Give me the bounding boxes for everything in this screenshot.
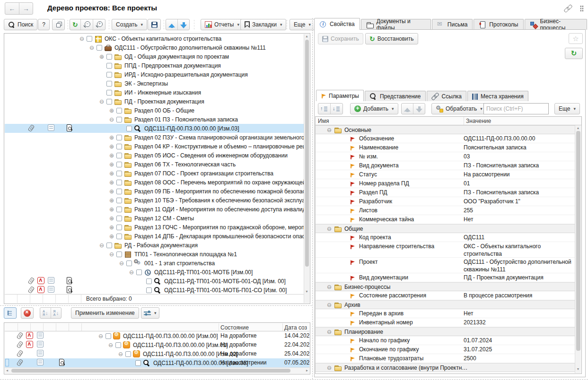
checkbox[interactable] bbox=[116, 216, 122, 221]
parameter-row[interactable]: ОбозначениеОДС111-ПД-00.ПЗ.00.00.00 bbox=[316, 134, 575, 143]
parameter-row[interactable]: Номер раздела ПД01 bbox=[316, 179, 575, 188]
parameter-row[interactable]: Инвентарный номер2021332 bbox=[316, 318, 575, 327]
subtab-link[interactable]: Ссылка bbox=[427, 91, 466, 101]
parameter-row[interactable]: Вид документацииПД - Проектная документа… bbox=[316, 273, 575, 282]
tree-row[interactable]: ППД - Предпроектная документация bbox=[5, 61, 304, 70]
expander-plus-icon[interactable]: ⊕ bbox=[98, 53, 105, 60]
expander-plus-icon[interactable]: ⊕ bbox=[108, 170, 115, 177]
expander-minus-icon[interactable]: ⊖ bbox=[326, 284, 333, 290]
parameter-row[interactable]: Направление строительстваОКС - Объекты к… bbox=[316, 242, 575, 258]
checkbox[interactable] bbox=[116, 135, 122, 140]
checkbox[interactable] bbox=[116, 189, 122, 194]
copy-window-button[interactable] bbox=[52, 19, 65, 30]
parameter-row[interactable]: Передан в архивНет bbox=[316, 309, 575, 318]
expander-plus-icon[interactable]: ⊕ bbox=[108, 152, 115, 159]
help-button[interactable]: ? bbox=[38, 19, 50, 30]
expander-plus-icon[interactable]: ⊕ bbox=[108, 224, 115, 231]
checkbox[interactable] bbox=[136, 269, 142, 275]
parameter-row[interactable]: Листов255 bbox=[316, 206, 575, 215]
tree-row[interactable]: ⊕Раздел 06 ТХ - Технологическая часть bbox=[5, 160, 304, 169]
parameter-row[interactable]: Код проектаОДС111 bbox=[316, 233, 575, 242]
tab-business-processes[interactable]: Бизнес-процессы bbox=[525, 19, 588, 30]
checkbox[interactable] bbox=[116, 117, 122, 122]
expander-minus-icon[interactable]: ⊖ bbox=[97, 333, 104, 339]
tree-row[interactable]: ⊕Раздел 00 ОБ - Общие bbox=[5, 106, 304, 115]
expander-minus-icon[interactable]: ⊖ bbox=[117, 351, 124, 357]
parameter-row[interactable]: РазработчикООО "Разработчик 1" bbox=[316, 197, 575, 206]
expander-plus-icon[interactable]: ⊕ bbox=[108, 161, 115, 168]
column-date[interactable]: Дата соз bbox=[284, 324, 307, 331]
tree-row[interactable]: ЭК - Экспертизы bbox=[5, 79, 304, 88]
checkbox[interactable] bbox=[116, 207, 122, 212]
tree-row[interactable]: ⊕Раздел 08 ООС - Перечень мероприятий по… bbox=[5, 178, 304, 187]
tree-row[interactable]: ⊕Раздел 14 ДПБ - Декларация промышленной… bbox=[5, 232, 304, 241]
tree-row[interactable]: ИРД - Исходно-разрешительная документаци… bbox=[5, 70, 304, 79]
search-input[interactable] bbox=[484, 105, 562, 112]
create-button[interactable]: Создать bbox=[112, 19, 147, 30]
back-button[interactable]: ← bbox=[5, 3, 19, 14]
expander-minus-icon[interactable]: ⊖ bbox=[108, 251, 115, 258]
param-more-button[interactable]: Еще bbox=[554, 103, 580, 114]
expander-minus-icon[interactable]: ⊖ bbox=[108, 116, 115, 123]
tree-row-selected[interactable]: ОДС111-ПД-00.ПЗ.00.00.00 [Изм.03] bbox=[5, 124, 304, 133]
parameters-scrollbar[interactable]: ▲ ▼ bbox=[575, 125, 581, 373]
tree-row[interactable]: ⊖ТП01 - Технологическая площадка №1 bbox=[5, 250, 304, 259]
tree-row[interactable]: ⊖ПД - Проектная документация bbox=[5, 97, 304, 106]
checkbox[interactable] bbox=[106, 81, 112, 87]
tree-row[interactable]: ⊕Раздел 10 ТБЭ - Требования к обеспечени… bbox=[5, 196, 304, 205]
parameter-group-row[interactable]: ⊖Общие bbox=[316, 224, 575, 233]
forward-button[interactable]: → bbox=[19, 3, 33, 14]
checkbox[interactable] bbox=[125, 351, 131, 357]
tree-row[interactable]: ⊖001 - 1 этап строительства bbox=[5, 259, 304, 268]
expander-plus-icon[interactable]: ⊕ bbox=[108, 179, 115, 186]
tree-row[interactable]: ⊕Раздел 13 ГОЧС - Мероприятия по граждан… bbox=[5, 223, 304, 232]
expander-plus-icon[interactable]: ⊕ bbox=[108, 134, 115, 141]
parameter-row[interactable]: Вид документаПЗ - Пояснительная записка bbox=[316, 161, 575, 170]
tree-row[interactable]: ⊕Раздел 07 ПОС - Проект организации стро… bbox=[5, 169, 304, 178]
version-row-selected[interactable]: ОДС111-ПД-00.ПЗ.00.00.00 [Изм.03]На расс… bbox=[5, 358, 309, 367]
checkbox[interactable] bbox=[116, 252, 122, 257]
expander-minus-icon[interactable]: ⊖ bbox=[107, 342, 114, 348]
parameter-group-row[interactable]: ⊖Архив bbox=[316, 300, 575, 309]
checkbox[interactable] bbox=[106, 90, 112, 96]
tab-letters[interactable]: Письма bbox=[432, 19, 473, 30]
expander-minus-icon[interactable]: ⊖ bbox=[98, 98, 105, 105]
expander-minus-icon[interactable]: ⊖ bbox=[118, 260, 125, 267]
expander-plus-icon[interactable]: ⊕ bbox=[108, 206, 115, 213]
checkbox[interactable] bbox=[106, 72, 112, 78]
settings-button[interactable] bbox=[141, 307, 159, 319]
tree-row[interactable]: ⊕ОД - Общая документация по проектам bbox=[5, 52, 304, 61]
expander-minus-icon[interactable]: ⊖ bbox=[326, 127, 333, 133]
save-properties-button[interactable]: Сохранить bbox=[318, 33, 363, 44]
checkbox[interactable] bbox=[106, 99, 112, 104]
parameter-row[interactable]: Коммерческая тайнаНет bbox=[316, 215, 575, 224]
subtab-representation[interactable]: Представление bbox=[365, 91, 426, 101]
tree-row[interactable]: ОДС111-РД-ТП01-001-МОТБ-П01-СО [Изм. 00] bbox=[5, 286, 304, 295]
more-menu-icon[interactable] bbox=[580, 5, 584, 12]
checkbox[interactable] bbox=[116, 162, 122, 167]
checkbox[interactable] bbox=[106, 54, 112, 60]
checkbox[interactable] bbox=[106, 63, 112, 69]
tree-mode-button[interactable] bbox=[4, 307, 17, 319]
checkbox[interactable] bbox=[116, 198, 122, 203]
column-state[interactable]: Состояние bbox=[220, 324, 249, 331]
checkbox[interactable] bbox=[116, 108, 122, 113]
checkbox[interactable] bbox=[116, 225, 122, 230]
tree-row[interactable]: ⊖ОКС - Объекты капитального строительств… bbox=[5, 34, 304, 43]
parameter-row[interactable]: Начало по графику01.07.2024 bbox=[316, 336, 575, 345]
parameter-row[interactable]: Окончание по графику31.07.2025 bbox=[316, 345, 575, 354]
tree-row[interactable]: ⊖РД - Рабочая документация bbox=[5, 241, 304, 250]
expand-all-button[interactable] bbox=[93, 19, 105, 30]
tree-row[interactable]: ⊕Раздел 09 ПБ - Мероприятия по обеспечен… bbox=[5, 187, 304, 196]
parameter-group-row[interactable]: ⊖Основные bbox=[316, 125, 575, 134]
expander-minus-icon[interactable]: ⊖ bbox=[88, 44, 95, 51]
checkbox[interactable] bbox=[87, 36, 92, 42]
parameter-row[interactable]: Состояние рассмотренияВ процессе рассмот… bbox=[316, 291, 575, 300]
tree-row[interactable]: ⊕Раздел 12 СМ - Сметы bbox=[5, 214, 304, 223]
add-parameter-button[interactable]: Добавить bbox=[350, 103, 398, 114]
expander-minus-icon[interactable]: ⊖ bbox=[326, 365, 333, 371]
tree-row[interactable]: ⊖ОДС111 - Обустройство дополнительной ск… bbox=[5, 43, 304, 52]
subtab-storage[interactable]: Места хранения bbox=[467, 91, 528, 101]
parameter-row[interactable]: Плановые трудозатраты2500 bbox=[316, 354, 575, 363]
parameter-row[interactable]: № изм.03 bbox=[316, 152, 575, 161]
